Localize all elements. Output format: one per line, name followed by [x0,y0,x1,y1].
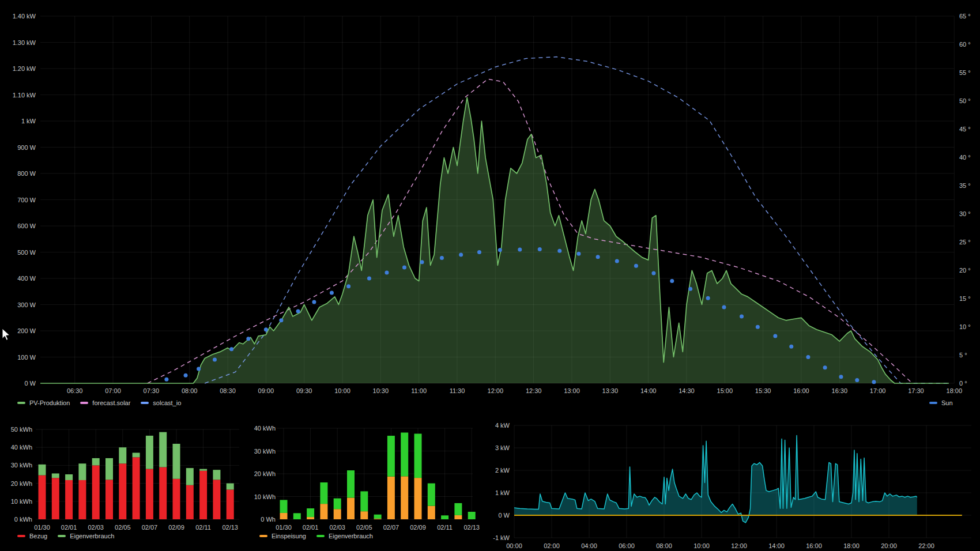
grid-daily-chart-bar-segment[interactable] [159,432,167,467]
grid-daily-chart-bar-segment[interactable] [227,484,234,490]
grid-daily-chart-bar-segment[interactable] [213,470,220,480]
solcast-io-point [459,253,463,257]
grid-daily-chart-bar-segment[interactable] [119,447,126,463]
legend-item-forecast-solar[interactable]: forecast.solar [80,399,130,406]
grid-daily-chart-bar-segment[interactable] [213,480,220,519]
grid-daily-chart-bar-segment[interactable] [119,463,126,519]
legend-label: PV-Produktion [29,399,70,406]
grid-daily-chart-bar-segment[interactable] [199,471,207,519]
feed-daily-chart-bar-segment[interactable] [307,517,314,519]
grid-daily-chart-bar-segment[interactable] [65,474,73,480]
feed-daily-chart-bar-segment[interactable] [334,509,341,519]
consumption-chart[interactable]: 4 kW3 kW2 kW1 kW0 W-1 kW00:0002:0004:000… [493,422,971,549]
legend-swatch-icon [80,402,88,404]
grid-daily-chart-bar-segment[interactable] [105,458,113,480]
grid-daily-chart-bar-segment[interactable] [173,479,180,519]
legend-item-eigenverbrauch[interactable]: Eigenverbrauch [58,533,114,539]
y-axis-label: 0 W [498,512,510,519]
feed-daily-chart-bar-segment[interactable] [280,500,288,513]
feed-daily-chart-bar-segment[interactable] [401,476,408,519]
y-axis-label: 20 kWh [11,480,32,487]
solcast-io-point [634,264,638,268]
feed-daily-chart-bar-segment[interactable] [454,503,462,515]
feed-daily-chart-bar-segment[interactable] [374,515,382,519]
y-axis-label: 40 kWh [254,425,276,432]
y-axis-label: 50 kWh [11,426,32,433]
grid-daily-chart-bar-segment[interactable] [52,473,59,478]
feed-daily-chart-bar-segment[interactable] [360,491,368,511]
solcast-io-point [330,291,334,295]
x-axis-label: 02:00 [544,542,560,549]
x-axis-label: 15:30 [755,387,771,394]
feed-daily-chart-bar-segment[interactable] [347,497,355,519]
feed-daily-chart-bar-segment[interactable] [347,470,355,497]
legend-swatch-icon [141,402,149,404]
feed-daily-chart-bar-segment[interactable] [428,484,435,506]
legend-label: Eigenverbrauch [329,533,373,539]
grid-daily-chart-bar-segment[interactable] [92,458,100,465]
feed-daily-chart-bar-segment[interactable] [414,478,422,519]
grid-daily-chart-bar-segment[interactable] [146,436,153,469]
legend-item-einspeisung[interactable]: Einspeisung [259,533,306,539]
x-axis-label: 02/03 [88,524,104,531]
feed-daily-chart-bar-segment[interactable] [307,508,314,517]
grid-daily-chart-bar-segment[interactable] [39,465,46,475]
feed-daily-chart-bar-segment[interactable] [414,433,422,478]
feed-daily-chart-bar-segment[interactable] [401,433,408,477]
solcast-io-point [367,277,371,281]
pv-produktion-area [40,97,949,383]
feed-daily-chart-bar-segment[interactable] [454,515,462,519]
grid-daily-chart-bar-segment[interactable] [159,467,167,519]
grid-daily-chart-bar-segment[interactable] [78,480,86,519]
y-axis-left-label: 900 W [17,144,36,151]
grid-daily-chart-bar-segment[interactable] [227,490,234,519]
x-axis-label: 11:00 [411,387,427,394]
feed-daily-chart[interactable]: 40 kWh30 kWh20 kWh10 kWh0 Wh01/3002/0102… [254,425,480,531]
legend-item-sun[interactable]: Sun [929,399,953,406]
feed-daily-chart-bar-segment[interactable] [387,436,395,477]
feed-daily-chart-bar-segment[interactable] [441,515,448,519]
solcast-io-point [264,327,268,331]
grid-daily-chart[interactable]: 50 kWh40 kWh30 kWh20 kWh10 kWh0 kWh01/30… [11,426,239,531]
y-axis-right-label: 35 ° [959,182,971,189]
feed-daily-chart-bar-segment[interactable] [360,511,368,519]
x-axis-label: 13:30 [602,387,619,394]
grid-daily-chart-bar-segment[interactable] [133,457,140,519]
legend-label: solcast_io [153,399,181,406]
feed-daily-chart-bar-segment[interactable] [374,519,382,519]
feed-daily-chart-bar-segment[interactable] [320,482,327,504]
grid-daily-chart-bar-segment[interactable] [39,475,46,519]
x-axis-label: 02/11 [437,524,453,531]
grid-daily-chart-bar-segment[interactable] [105,480,113,519]
y-axis-right-label: 0 ° [959,380,967,387]
grid-daily-chart-bar-segment[interactable] [146,469,153,519]
legend-item-eigenverbrauch[interactable]: Eigenverbrauch [316,533,373,539]
x-axis-label: 16:30 [832,387,848,394]
legend-label: Bezug [29,533,47,539]
grid-daily-chart-bar-segment[interactable] [52,478,59,519]
x-axis-label: 14:00 [768,542,785,549]
legend-item-bezug[interactable]: Bezug [17,533,47,539]
grid-daily-chart-bar-segment[interactable] [199,469,207,471]
feed-daily-chart-grid [277,428,473,519]
legend-item-solcast-io[interactable]: solcast_io [141,399,181,406]
grid-daily-chart-bar-segment[interactable] [65,480,73,519]
y-axis-left-label: 500 W [17,249,36,256]
grid-daily-chart-bar-segment[interactable] [78,463,86,480]
grid-daily-chart-bar-segment[interactable] [186,485,194,519]
grid-daily-chart-bar-segment[interactable] [133,453,140,458]
legend-item-pv-produktion[interactable]: PV-Produktion [17,399,70,406]
grid-daily-chart-bar-segment[interactable] [186,468,194,485]
feed-daily-chart-bar-segment[interactable] [334,499,341,510]
x-axis-label: 04:00 [581,542,597,549]
feed-daily-chart-bar-segment[interactable] [280,513,288,519]
grid-daily-chart-bar-segment[interactable] [92,465,100,519]
grid-daily-chart-bar-segment[interactable] [173,444,180,479]
feed-daily-chart-bar-segment[interactable] [387,477,395,519]
feed-daily-chart-bar-segment[interactable] [428,506,435,519]
feed-daily-chart-bar-segment[interactable] [293,513,301,519]
feed-daily-chart-bar-segment[interactable] [320,504,327,519]
x-axis-label: 12:30 [526,387,542,394]
main-chart[interactable]: 1.40 kW1.30 kW1.20 kW1.10 kW1 kW900 W800… [13,13,971,394]
feed-daily-chart-bar-segment[interactable] [468,512,476,519]
